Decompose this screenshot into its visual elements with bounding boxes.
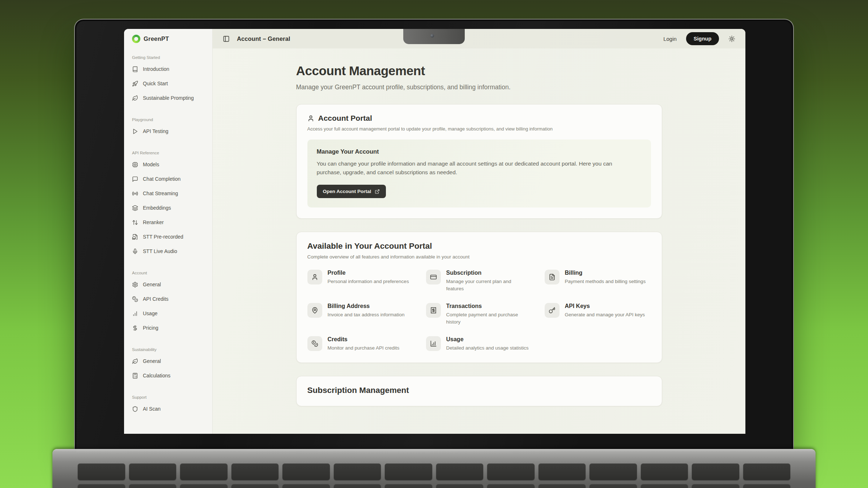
sidebar-item-label: Quick Start [143, 81, 168, 86]
feature-title: Billing [565, 270, 646, 276]
sidebar-item-stt-live-audio[interactable]: STT Live Audio [132, 244, 207, 258]
feature-profile: ProfilePersonal information and preferen… [307, 270, 414, 292]
user-icon [307, 270, 322, 284]
sidebar-item-stt-pre-recorded[interactable]: STT Pre-recorded [132, 230, 207, 244]
topbar: Account – General Login Signup [213, 29, 745, 48]
manage-account-body: You can change your profile information … [317, 159, 635, 177]
sun-icon[interactable] [728, 35, 735, 42]
sidebar-item-introduction[interactable]: Introduction [132, 62, 207, 76]
document-icon [545, 270, 559, 284]
feature-title: API Keys [565, 303, 645, 309]
keyboard-key [282, 484, 330, 488]
feature-text: CreditsMonitor and purchase API credits [328, 336, 400, 352]
sidebar-item-api-credits[interactable]: API Credits [132, 292, 207, 306]
sidebar-item-sustainable-prompting[interactable]: Sustainable Prompting [132, 91, 207, 105]
sidebar-item-label: Introduction [143, 66, 169, 72]
keyboard-key [590, 484, 637, 488]
sidebar-item-quick-start[interactable]: Quick Start [132, 76, 207, 91]
account-portal-description: Access your full account management port… [307, 126, 651, 132]
sidebar-item-api-testing[interactable]: API Testing [132, 124, 207, 138]
keyboard-key [385, 463, 432, 480]
keyboard-key [180, 484, 227, 488]
features-grid: ProfilePersonal information and preferen… [307, 270, 651, 352]
feature-title: Subscription [446, 270, 529, 276]
open-account-portal-label: Open Account Portal [323, 189, 371, 194]
sidebar-item-general[interactable]: General [132, 354, 207, 368]
webcam-icon [430, 34, 434, 38]
subscription-management-card: Subscription Management [296, 376, 662, 406]
feature-text: TransactionsComplete payment and purchas… [446, 303, 529, 325]
keyboard-key [487, 484, 535, 488]
keyboard-key [487, 463, 535, 480]
sidebar-item-embeddings[interactable]: Embeddings [132, 201, 207, 215]
sidebar-item-pricing[interactable]: Pricing [132, 321, 207, 335]
keyboard-key [334, 484, 381, 488]
brand-logo[interactable]: GreenPT [132, 35, 207, 43]
gear-icon [132, 282, 138, 288]
keyboard-key [385, 484, 432, 488]
rocket-icon [132, 81, 138, 87]
feature-subscription: SubscriptionManage your current plan and… [426, 270, 532, 292]
feature-text: BillingPayment methods and billing setti… [565, 270, 646, 292]
account-portal-title: Account Portal [318, 114, 372, 123]
sidebar-item-usage[interactable]: Usage [132, 306, 207, 321]
receipt-icon [426, 303, 441, 318]
chart-icon [426, 336, 441, 351]
user-icon [307, 115, 314, 122]
sidebar-nav: Getting StartedIntroductionQuick StartSu… [132, 55, 207, 416]
open-account-portal-button[interactable]: Open Account Portal [317, 185, 386, 198]
sidebar-item-calculations[interactable]: Calculations [132, 368, 207, 383]
mic-icon [132, 248, 138, 254]
sidebar-toggle-icon[interactable] [223, 35, 230, 42]
external-link-icon [375, 189, 380, 194]
signup-button[interactable]: Signup [686, 32, 719, 45]
keyboard-key [436, 463, 484, 480]
credit-card-icon [426, 270, 441, 284]
feature-transactions: TransactionsComplete payment and purchas… [426, 303, 532, 325]
sidebar-item-label: Chat Completion [143, 176, 180, 182]
feature-text: SubscriptionManage your current plan and… [446, 270, 529, 292]
sidebar-item-label: API Credits [143, 296, 169, 302]
page-subtitle: Manage your GreenPT account profile, sub… [296, 84, 662, 91]
keyboard-key [692, 484, 739, 488]
feature-description: Manage your current plan and features [446, 278, 529, 292]
keyboard-row [78, 463, 790, 480]
feature-description: Detailed analytics and usage statistics [446, 344, 529, 352]
page-breadcrumb-title: Account – General [237, 35, 290, 42]
coins-icon [307, 336, 322, 351]
sidebar-item-label: General [143, 282, 161, 287]
features-card-title: Available in Your Account Portal [307, 241, 651, 251]
laptop-screen: GreenPT Getting StartedIntroductionQuick… [74, 19, 794, 453]
sidebar-item-label: STT Pre-recorded [143, 234, 183, 240]
screen-glass: GreenPT Getting StartedIntroductionQuick… [76, 21, 792, 453]
sidebar-item-label: API Testing [143, 128, 169, 134]
keyboard-key [436, 484, 484, 488]
login-link[interactable]: Login [663, 36, 677, 42]
keyboard-key [590, 463, 637, 480]
leaf-icon [132, 358, 138, 364]
dollar-icon [132, 325, 138, 331]
subscription-management-title: Subscription Management [307, 386, 651, 395]
keyboard-key [641, 463, 688, 480]
keyboard-key [129, 463, 176, 480]
feature-title: Billing Address [328, 303, 405, 309]
key-icon [545, 303, 559, 318]
sidebar-item-reranker[interactable]: Reranker [132, 215, 207, 230]
sidebar: GreenPT Getting StartedIntroductionQuick… [124, 29, 213, 434]
coins-icon [132, 296, 138, 302]
feature-description: Personal information and preferences [328, 278, 409, 285]
features-card: Available in Your Account Portal Complet… [296, 232, 662, 363]
feature-description: Payment methods and billing settings [565, 278, 646, 285]
nav-section-label: API Reference [132, 151, 207, 155]
keyboard-key [539, 463, 586, 480]
keyboard-key [743, 463, 791, 480]
sidebar-item-chat-completion[interactable]: Chat Completion [132, 172, 207, 186]
sidebar-item-label: Chat Streaming [143, 191, 178, 196]
sidebar-item-general[interactable]: General [132, 277, 207, 292]
layers-icon [132, 205, 138, 211]
sidebar-item-ai-scan[interactable]: AI Scan [132, 402, 207, 416]
sidebar-item-models[interactable]: Models [132, 157, 207, 172]
nav-section-label: Account [132, 271, 207, 275]
sidebar-item-label: Embeddings [143, 205, 171, 211]
sidebar-item-chat-streaming[interactable]: Chat Streaming [132, 186, 207, 201]
